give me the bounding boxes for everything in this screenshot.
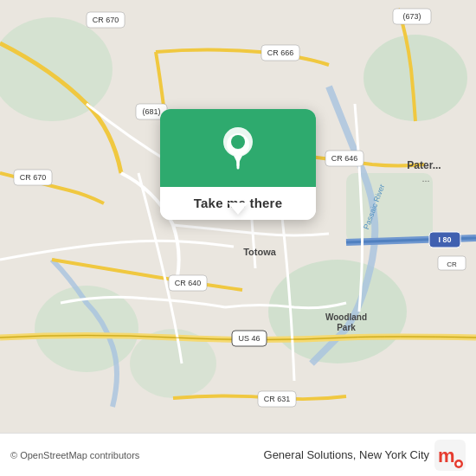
svg-text:CR 646: CR 646 [331, 154, 358, 163]
svg-text:Pater...: Pater... [407, 159, 441, 171]
svg-text:m: m [438, 445, 455, 466]
svg-marker-39 [234, 156, 242, 164]
map-view[interactable]: CR 670 CR 670 (681) CR 666 (673) CR 646 … [0, 0, 476, 433]
moovit-logo: m [434, 440, 466, 471]
svg-text:CR: CR [447, 261, 457, 268]
osm-attribution: © OpenStreetMap contributors [10, 450, 139, 460]
svg-text:Woodland: Woodland [325, 312, 367, 322]
svg-text:CR 670: CR 670 [20, 173, 47, 182]
svg-text:(681): (681) [142, 107, 160, 116]
svg-text:US 46: US 46 [238, 334, 260, 343]
svg-text:CR 631: CR 631 [264, 395, 291, 403]
svg-text:Totowa: Totowa [243, 247, 277, 257]
pin-icon [222, 126, 254, 170]
svg-text:CR 666: CR 666 [267, 48, 294, 57]
svg-text:...: ... [421, 173, 429, 183]
attribution-area: © OpenStreetMap contributors [10, 450, 139, 460]
svg-text:CR 640: CR 640 [175, 279, 202, 287]
svg-point-43 [457, 461, 461, 466]
svg-point-38 [231, 135, 245, 149]
app-name-label: General Solutions, New York City [264, 448, 429, 461]
svg-text:CR 670: CR 670 [93, 16, 119, 24]
svg-text:(673): (673) [402, 12, 421, 21]
svg-text:Park: Park [337, 323, 356, 332]
popup-icon-area [160, 109, 316, 187]
app-branding: General Solutions, New York City m [264, 440, 466, 471]
svg-text:I 80: I 80 [438, 235, 451, 244]
popup-tail [228, 203, 248, 215]
footer-bar: © OpenStreetMap contributors General Sol… [0, 433, 476, 476]
